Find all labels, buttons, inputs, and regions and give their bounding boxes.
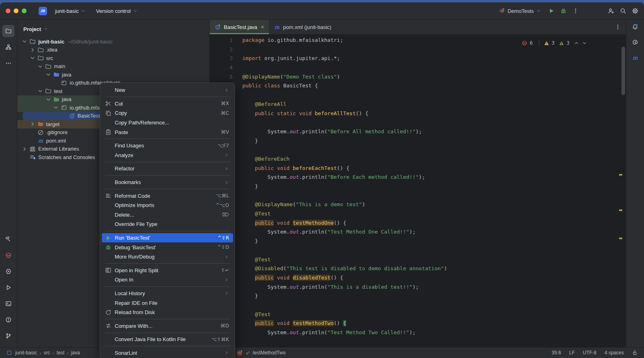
menu-item-delete-[interactable]: Delete...⌦	[100, 210, 235, 220]
maven-tool-icon[interactable]: m	[632, 54, 638, 61]
chevron-down-icon[interactable]	[45, 71, 52, 78]
warning-stripe-mark[interactable]	[619, 238, 622, 239]
run-button[interactable]	[548, 8, 555, 14]
code-line: 30	[210, 301, 626, 310]
menu-item-bookmarks[interactable]: Bookmarks	[100, 178, 235, 187]
tool-stripe-problems[interactable]	[2, 314, 14, 326]
tab-options-button[interactable]	[615, 24, 621, 30]
chevron-down-icon[interactable]	[53, 104, 59, 111]
menu-item-label: Convert Java File to Kotlin File	[115, 336, 211, 342]
menu-item-convert-java-file-to-kotlin-file[interactable]: Convert Java File to Kotlin File⌥⇧⌘K	[100, 335, 235, 344]
code-with-me-button[interactable]	[608, 8, 614, 14]
chevron-down-icon[interactable]	[21, 38, 28, 45]
code-line-content: public class BasicTest {	[242, 81, 318, 91]
tool-stripe-run[interactable]	[2, 281, 14, 294]
menu-item-more-run-debug[interactable]: More Run/Debug	[100, 252, 235, 262]
file-encoding[interactable]: UTF-8	[583, 350, 597, 356]
ai-assistant-icon[interactable]	[632, 39, 638, 46]
menu-item-override-file-type[interactable]: Override File Type	[100, 219, 235, 229]
tree-row-main[interactable]: main	[17, 62, 209, 71]
method-breadcrumb[interactable]: m testMethodTwo	[237, 350, 285, 356]
menu-item-reload-from-disk[interactable]: Reload from Disk	[100, 308, 235, 317]
tool-stripe-services[interactable]	[2, 265, 14, 277]
tool-stripe-version-control[interactable]	[2, 330, 14, 342]
tree-row-src[interactable]: src	[17, 54, 209, 62]
code-editor[interactable]: 6 3 3 1package io.github.mfaisalkhatri;2…	[210, 35, 626, 347]
project-widget[interactable]: junit-basic	[53, 6, 88, 16]
app-logo[interactable]: JB	[39, 7, 47, 15]
menu-item-label: Run 'BasicTest'	[115, 235, 218, 241]
breadcrumb-item[interactable]: junit-basic	[15, 350, 37, 356]
menu-separator	[105, 189, 230, 189]
menu-item-repair-ide-on-file[interactable]: Repair IDE on File	[100, 298, 235, 308]
menu-item-open-in-right-split[interactable]: Open in Right Split⇧↵	[100, 266, 235, 275]
chevron-down-icon[interactable]	[45, 96, 52, 103]
run-configuration-selector[interactable]: DemoTests	[497, 6, 543, 15]
next-problem-button[interactable]	[582, 40, 587, 46]
tool-stripe-terminal[interactable]	[2, 298, 14, 310]
menu-item-analyze[interactable]: Analyze	[100, 151, 235, 160]
tree-row-java[interactable]: java	[17, 70, 209, 79]
menu-item-optimize-imports[interactable]: Optimize Imports^⌥O	[100, 201, 235, 210]
menu-item-copy-path-reference-[interactable]: Copy Path/Reference...	[100, 118, 235, 128]
search-everywhere-button[interactable]	[620, 8, 626, 14]
editor-tab-basictest-java[interactable]: BasicTest.java×	[210, 20, 269, 34]
method-breadcrumb-label: testMethodTwo	[253, 350, 285, 356]
tree-row--idea[interactable]: .idea	[17, 46, 209, 54]
lock-icon[interactable]	[632, 350, 638, 356]
menu-item-open-in[interactable]: Open In	[100, 275, 235, 285]
caret-position[interactable]: 35:6	[552, 350, 561, 356]
menu-item-compare-with-[interactable]: Compare With...⌘D	[100, 321, 235, 331]
editor-scrollbar[interactable]	[621, 47, 625, 95]
menu-item-debug-basictest-[interactable]: Debug 'BasicTest'^⇧D	[100, 242, 235, 252]
menu-item-new[interactable]: New	[100, 85, 235, 95]
previous-problem-button[interactable]	[574, 40, 579, 46]
window-zoom-button[interactable]	[22, 8, 27, 13]
line-ending[interactable]: LF	[569, 350, 575, 356]
warning-stripe-mark[interactable]	[619, 209, 622, 211]
menu-item-copy[interactable]: Copy⌘C	[100, 108, 235, 118]
window-close-button[interactable]	[6, 8, 10, 13]
tree-item-label: main	[54, 63, 65, 69]
debug-button[interactable]	[560, 8, 567, 14]
menu-item-cut[interactable]: Cut⌘X	[100, 99, 235, 109]
menu-item-sonarlint[interactable]: SonarLint	[100, 348, 235, 358]
chevron-right-icon[interactable]	[29, 121, 36, 127]
chevron-down-icon[interactable]	[37, 63, 43, 70]
editor-tab-pom-xml-junit-basic-[interactable]: mpom.xml (junit-basic)	[269, 20, 336, 34]
project-panel-header[interactable]: Project	[17, 22, 209, 36]
tool-stripe-more-tool-windows[interactable]	[2, 57, 14, 69]
chevron-right-icon[interactable]	[29, 47, 36, 53]
code-line: 20 @Test	[210, 209, 626, 219]
tool-stripe-build[interactable]	[2, 233, 14, 245]
close-icon[interactable]: ×	[261, 24, 264, 30]
menu-item-local-history[interactable]: Local History	[100, 289, 235, 298]
menu-item-find-usages[interactable]: Find Usages⌥F7	[100, 141, 235, 151]
chevron-right-icon[interactable]	[21, 146, 28, 152]
tree-item-label: target	[46, 121, 60, 127]
inspections-widget[interactable]: 6 3 3	[522, 39, 587, 48]
menu-item-reformat-code[interactable]: Reformat Code⌥⌘L	[100, 191, 235, 201]
notifications-icon[interactable]	[632, 24, 638, 30]
code-line-content: public static void beforeAllTest() {	[242, 109, 368, 118]
folder-green-icon	[53, 96, 60, 103]
tool-stripe-sonarlint[interactable]	[2, 249, 14, 261]
warning-stripe-mark[interactable]	[619, 174, 622, 176]
tool-stripe-structure[interactable]	[2, 41, 14, 53]
menu-item-refactor[interactable]: Refactor	[100, 164, 235, 174]
menu-item-run-basictest-[interactable]: Run 'BasicTest'^⇧R	[100, 233, 235, 243]
chevron-down-icon[interactable]	[29, 55, 36, 61]
breadcrumb-item[interactable]: java	[71, 350, 80, 356]
vcs-widget[interactable]: Version control	[94, 6, 140, 16]
tool-stripe-project[interactable]	[2, 25, 14, 37]
menu-item-paste[interactable]: Paste⌘V	[100, 127, 235, 137]
breadcrumb-item[interactable]: src	[43, 350, 50, 356]
folder-icon	[37, 55, 44, 61]
more-actions-button[interactable]	[572, 8, 579, 14]
tree-row-junit-basic[interactable]: junit-basic~/Github/junit-basic	[17, 37, 209, 46]
settings-button[interactable]	[632, 8, 638, 14]
window-minimize-button[interactable]	[14, 8, 19, 13]
indent-setting[interactable]: 4 spaces	[605, 350, 624, 356]
breadcrumb-item[interactable]: test	[57, 350, 64, 356]
chevron-down-icon[interactable]	[37, 88, 43, 94]
